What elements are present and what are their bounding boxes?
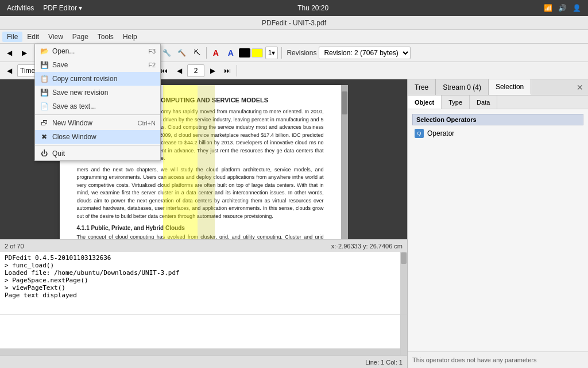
- gnome-time: Thu 20:20: [297, 4, 328, 12]
- menu-view[interactable]: View: [44, 32, 68, 42]
- title-bar: PDFedit - UNIT-3.pdf: [0, 16, 588, 30]
- right-panel-close-btn[interactable]: ✕: [572, 80, 588, 94]
- console-line-4: > PageSpace.nextPage(): [5, 277, 403, 284]
- btn-color2[interactable]: A: [224, 46, 238, 60]
- tb2-btn1[interactable]: ◀: [2, 64, 16, 78]
- nav-next2[interactable]: ⏭: [220, 64, 234, 78]
- right-panel-tabs: Tree Stream 0 (4) Selection ✕: [408, 79, 588, 95]
- sep4: [281, 47, 282, 59]
- pdf-vertical-scrollbar[interactable]: [341, 85, 348, 239]
- right-panel-content: Selection Operators Q Operator: [408, 109, 588, 351]
- back-btn[interactable]: ◀: [2, 46, 16, 60]
- gnome-right-icons: 📶 🔊 👤: [544, 4, 581, 12]
- console-line-3: Loaded file: /home/ubuntu/Downloads/UNIT…: [5, 269, 403, 277]
- gnome-bar: Activities PDF Editor ▾ Thu 20:20 📶 🔊 👤: [0, 0, 588, 16]
- subtab-object[interactable]: Object: [408, 95, 442, 109]
- console-line-5: > viewPageText(): [5, 284, 403, 292]
- folder-icon: 📂: [40, 47, 49, 56]
- menu-help[interactable]: Help: [118, 32, 142, 42]
- quit-icon: ⏻: [40, 149, 49, 158]
- save-icon: 💾: [40, 60, 49, 70]
- content-area: File Edit View Page Tools Help 📂 Open...…: [0, 30, 588, 368]
- divider-2: [35, 145, 160, 145]
- console-line-2: > func_load(): [5, 262, 403, 269]
- tab-stream[interactable]: Stream 0 (4): [436, 79, 489, 95]
- save-text-icon: 📄: [40, 102, 49, 111]
- copy-icon: 📋: [40, 74, 49, 83]
- console-area: PDFedit 0.4.5-20101103132636 > func_load…: [0, 252, 407, 315]
- console-line-1: PDFedit 0.4.5-20101103132636: [5, 254, 403, 262]
- user-icon: 👤: [572, 4, 581, 12]
- subtab-data[interactable]: Data: [470, 95, 497, 109]
- operator-icon: Q: [415, 129, 424, 138]
- menu-save-new-revision[interactable]: 💾 Save new revision: [35, 86, 160, 99]
- page-input[interactable]: [187, 64, 204, 77]
- pdf-status-bar: 2 of 70 x:-2.96333 y: 26.7406 cm: [0, 239, 407, 252]
- save-new-icon: 💾: [40, 88, 49, 97]
- subtab-type[interactable]: Type: [442, 95, 470, 109]
- bottom-input-area[interactable]: [0, 315, 407, 355]
- btn-yellow-box[interactable]: [252, 48, 263, 57]
- menu-file[interactable]: File: [2, 32, 22, 42]
- pdf-scrollbar-thumb[interactable]: [342, 91, 347, 114]
- right-panel: Tree Stream 0 (4) Selection ✕ Object Typ…: [407, 79, 588, 368]
- menu-bar: File Edit View Page Tools Help 📂 Open...…: [0, 30, 588, 44]
- btn-edit3[interactable]: 🔨: [175, 46, 189, 60]
- nav-next[interactable]: ▶: [206, 64, 219, 78]
- wifi-icon: 📶: [544, 4, 552, 12]
- btn-color1[interactable]: A: [209, 46, 223, 60]
- btn-edit2[interactable]: 🔧: [160, 46, 174, 60]
- console-scrollbar[interactable]: [400, 252, 407, 315]
- fwd-btn[interactable]: ▶: [17, 46, 31, 60]
- menu-tools[interactable]: Tools: [93, 32, 118, 42]
- bottom-input-scrollbar-v[interactable]: [400, 315, 407, 355]
- app-wrapper: Activities PDF Editor ▾ Thu 20:20 📶 🔊 👤 …: [0, 0, 588, 368]
- footer-text: This operator does not have any paramete…: [412, 356, 536, 363]
- page-counter: 2 of 70: [5, 243, 24, 250]
- tb2-sep3: [237, 65, 237, 76]
- selection-header: Selection Operators: [412, 114, 583, 125]
- btn-edit4[interactable]: ⛏: [190, 46, 204, 60]
- bottom-input-scrollbar-h[interactable]: [0, 348, 400, 355]
- tab-tree[interactable]: Tree: [408, 79, 436, 95]
- new-window-icon: 🗗: [40, 118, 49, 128]
- operator-label: Operator: [427, 129, 454, 137]
- gnome-left: Activities PDF Editor ▾: [7, 4, 82, 12]
- menu-quit[interactable]: ⏻ Quit: [35, 147, 160, 160]
- revisions-select[interactable]: Revision: 2 (7067 bytes): [319, 47, 411, 59]
- line-col-status: Line: 1 Col: 1: [365, 359, 403, 366]
- menu-new-window[interactable]: 🗗 New Window Ctrl+N: [35, 116, 160, 130]
- menu-page[interactable]: Page: [68, 32, 93, 42]
- btn-black-box[interactable]: [239, 48, 250, 57]
- menu-save-as-text[interactable]: 📄 Save as text...: [35, 99, 160, 113]
- operator-row: Q Operator: [412, 128, 583, 139]
- menu-close-window[interactable]: ✖ Close Window: [35, 130, 160, 144]
- activities-button[interactable]: Activities: [7, 4, 34, 12]
- nav-prev2[interactable]: ◀: [172, 64, 186, 78]
- bottom-status-bar: Line: 1 Col: 1: [0, 355, 407, 368]
- console-line-6: Page text displayed: [5, 292, 403, 299]
- console-scrollbar-thumb[interactable]: [401, 252, 407, 264]
- selection-section: Selection Operators Q Operator: [412, 114, 583, 139]
- window-title: PDFedit - UNIT-3.pdf: [262, 19, 326, 27]
- divider-1: [35, 114, 160, 115]
- menu-save[interactable]: 💾 Save F2: [35, 58, 160, 72]
- app-name-label: PDF Editor ▾: [43, 4, 82, 12]
- close-window-icon: ✖: [40, 132, 49, 141]
- right-panel-footer: This operator does not have any paramete…: [408, 351, 588, 368]
- volume-icon: 🔊: [558, 4, 567, 12]
- sep3: [206, 47, 207, 59]
- right-panel-subtabs: Object Type Data: [408, 95, 588, 109]
- file-dropdown: 📂 Open... F3 💾 Save F2 📋 Copy current re…: [34, 44, 161, 161]
- tab-selection[interactable]: Selection: [489, 79, 531, 95]
- revisions-label: Revisions: [287, 49, 316, 57]
- coordinates: x:-2.96333 y: 26.7406 cm: [331, 243, 403, 250]
- menu-open[interactable]: 📂 Open... F3: [35, 44, 160, 58]
- menu-copy-revision[interactable]: 📋 Copy current revision: [35, 72, 160, 86]
- menu-edit[interactable]: Edit: [22, 32, 44, 42]
- number-dropdown[interactable]: 1 ▾: [265, 47, 278, 59]
